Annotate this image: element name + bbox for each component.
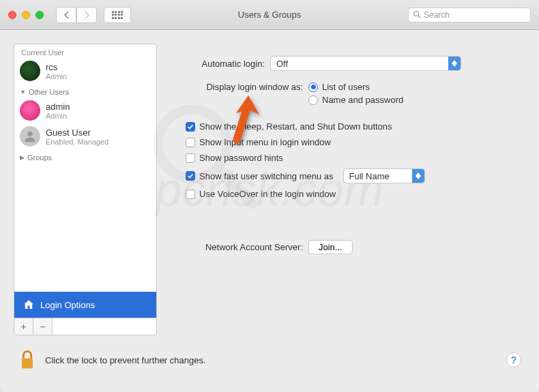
forward-button[interactable] [76,7,97,23]
titlebar: Users & Groups Search [0,0,539,30]
network-server-label: Network Account Server: [176,242,303,252]
list-item[interactable]: admin Admin [14,97,156,123]
user-name: rcs [46,62,151,72]
svg-rect-5 [22,359,33,369]
other-users-header[interactable]: ▼ Other Users [14,84,156,97]
checkbox-icon [186,122,195,132]
select-arrows-icon [448,57,461,70]
join-button[interactable]: Join... [308,240,353,254]
nav-buttons [56,7,97,23]
search-icon [413,10,421,20]
radio-icon [308,95,318,105]
select-arrows-icon [412,169,424,183]
radio-icon [308,82,318,92]
svg-point-0 [414,11,419,16]
user-name: Guest User [46,127,151,138]
add-button[interactable]: + [14,318,33,335]
remove-button[interactable]: − [33,318,53,335]
zoom-button[interactable] [35,11,44,19]
avatar [20,61,40,81]
lock-icon[interactable] [18,349,37,371]
traffic-lights [8,11,44,19]
checkbox-fast-switching[interactable]: Show fast user switching menu as Full Na… [186,168,519,183]
close-button[interactable] [8,11,16,19]
fast-switch-select[interactable]: Full Name [343,168,425,183]
current-user-label: Current User [14,44,156,58]
preferences-window: Users & Groups Search pcrisk.com Current… [0,0,539,392]
radio-name-password[interactable]: Name and password [308,95,403,105]
footer: Click the lock to prevent further change… [0,349,539,383]
checkbox-password-hints[interactable]: Show password hints [186,153,519,163]
checkbox-icon [186,171,195,181]
checkbox-icon [186,190,195,199]
login-options-label: Login Options [40,300,95,310]
user-name: admin [46,102,151,112]
checkbox-sleep-restart[interactable]: Show the Sleep, Restart, and Shut Down b… [186,121,519,132]
svg-point-4 [27,132,32,136]
search-placeholder: Search [424,10,450,20]
user-role: Admin [46,112,151,120]
auto-login-select[interactable]: Off [270,56,461,71]
current-user-row[interactable]: rcs Admin [14,58,156,84]
user-role: Enabled, Managed [46,138,151,146]
checkbox-icon [186,138,195,147]
minimize-button[interactable] [22,11,30,19]
search-input[interactable]: Search [408,7,531,22]
user-role: Admin [46,72,151,80]
help-button[interactable]: ? [506,352,521,367]
settings-panel: Automatic login: Off Display login windo… [169,44,525,335]
sidebar: Current User rcs Admin ▼ Other Users adm… [14,44,157,335]
avatar [20,100,40,121]
groups-header[interactable]: ▶ Groups [14,149,156,163]
back-button[interactable] [56,7,76,23]
radio-list-users[interactable]: List of users [308,82,403,92]
display-as-label: Display login window as: [176,82,303,92]
checkbox-voiceover[interactable]: Use VoiceOver in the login window [186,189,519,199]
window-title: Users & Groups [238,10,301,20]
house-icon [23,299,35,311]
content-area: pcrisk.com Current User rcs Admin ▼ Othe… [0,30,539,349]
checkbox-input-menu[interactable]: Show Input menu in login window [186,137,519,147]
checkbox-icon [186,153,195,163]
svg-line-1 [418,16,420,18]
show-all-button[interactable] [104,7,131,23]
chevron-right-icon: ▶ [20,154,25,161]
sidebar-footer: + − [14,318,156,335]
lock-text: Click the lock to prevent further change… [45,355,206,365]
auto-login-label: Automatic login: [176,59,265,69]
avatar [20,126,40,147]
list-item[interactable]: Guest User Enabled, Managed [14,123,156,149]
chevron-down-icon: ▼ [20,89,26,95]
login-options-row[interactable]: Login Options [14,292,156,318]
